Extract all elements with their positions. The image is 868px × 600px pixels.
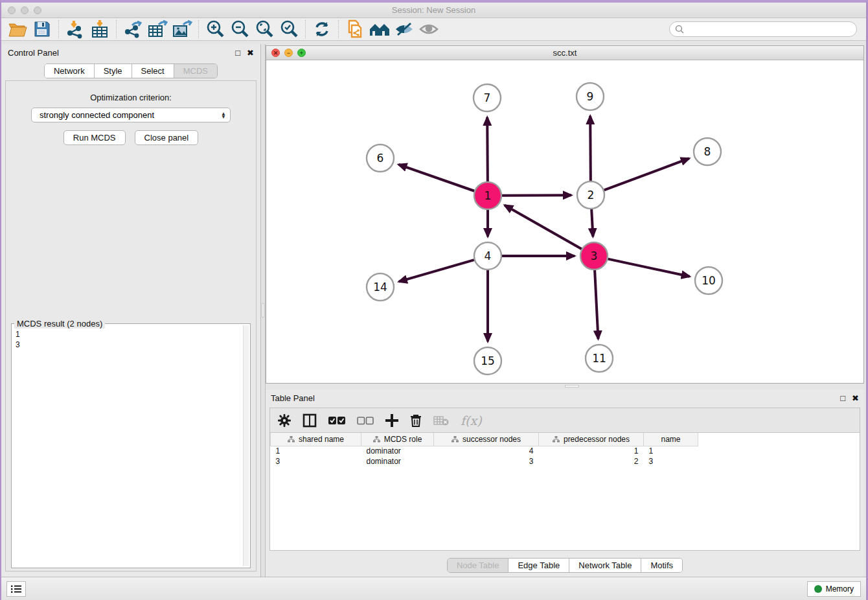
task-history-button[interactable] xyxy=(6,581,26,597)
node-6[interactable]: 6 xyxy=(367,144,394,172)
optimization-criterion-select[interactable]: strongly connected component ▲▼ xyxy=(31,108,231,122)
minimize-window-icon[interactable] xyxy=(21,6,29,14)
select-all-checkboxes-icon[interactable] xyxy=(328,416,345,425)
node-9[interactable]: 9 xyxy=(577,83,604,110)
zoom-network-icon[interactable]: + xyxy=(297,49,306,57)
table-cell[interactable]: dominator xyxy=(361,456,434,467)
float-table-panel-icon[interactable]: □ xyxy=(840,394,845,402)
zoom-in-icon[interactable] xyxy=(204,19,226,40)
table-cell[interactable]: 4 xyxy=(434,446,539,456)
minimize-network-icon[interactable]: − xyxy=(284,49,293,57)
zoom-fit-icon[interactable] xyxy=(253,19,275,40)
show-all-icon[interactable] xyxy=(418,19,440,40)
toolbar-separator xyxy=(58,20,59,38)
search-field[interactable] xyxy=(669,21,857,37)
tab-edge-table[interactable]: Edge Table xyxy=(508,559,569,572)
import-network-icon[interactable] xyxy=(64,19,86,40)
node-4[interactable]: 4 xyxy=(474,242,501,270)
node-1[interactable]: 1 xyxy=(474,182,501,209)
search-icon xyxy=(675,25,684,34)
close-panel-button[interactable]: Close panel xyxy=(135,130,199,145)
result-scrollbar[interactable] xyxy=(243,325,249,566)
close-window-icon[interactable] xyxy=(8,6,16,14)
node-8[interactable]: 8 xyxy=(694,138,721,165)
edge-3-11[interactable] xyxy=(595,270,598,339)
main-toolbar xyxy=(1,18,866,41)
add-icon[interactable] xyxy=(385,414,398,427)
table-cell[interactable]: 3 xyxy=(434,456,539,467)
zoom-out-icon[interactable] xyxy=(229,19,251,40)
table-cell[interactable]: 3 xyxy=(644,456,698,467)
table-splitter-grip[interactable] xyxy=(565,385,579,387)
edge-1-2[interactable] xyxy=(502,195,571,196)
table-row[interactable]: 3dominator323 xyxy=(271,456,698,467)
split-column-icon[interactable] xyxy=(303,413,317,428)
network-canvas[interactable]: 1234678910111415 xyxy=(266,60,863,383)
tab-select[interactable]: Select xyxy=(132,64,174,78)
node-3[interactable]: 3 xyxy=(580,242,608,270)
hide-selected-icon[interactable] xyxy=(393,19,415,40)
export-network-icon[interactable] xyxy=(122,19,144,40)
table-cell[interactable]: 1 xyxy=(539,446,644,456)
node-table[interactable]: shared nameMCDS rolesuccessor nodesprede… xyxy=(270,433,698,467)
delete-icon[interactable] xyxy=(410,414,422,427)
edge-3-1[interactable] xyxy=(505,205,582,249)
close-network-icon[interactable]: ✕ xyxy=(271,49,280,57)
search-input[interactable] xyxy=(684,25,839,34)
tab-node-table[interactable]: Node Table xyxy=(448,559,509,572)
node-10[interactable]: 10 xyxy=(695,267,722,294)
save-session-icon[interactable] xyxy=(31,19,53,40)
gear-icon[interactable] xyxy=(278,414,291,427)
edge-4-14[interactable] xyxy=(399,260,474,282)
float-panel-icon[interactable]: □ xyxy=(235,49,240,57)
home-layout-icon[interactable] xyxy=(369,19,391,40)
list-icon xyxy=(11,584,21,594)
panel-splitter[interactable] xyxy=(260,44,266,577)
edge-2-3[interactable] xyxy=(591,209,593,237)
tab-motifs[interactable]: Motifs xyxy=(641,559,682,572)
clear-checkboxes-icon[interactable] xyxy=(357,416,374,425)
edge-1-7[interactable] xyxy=(487,117,488,181)
node-11[interactable]: 11 xyxy=(586,345,613,372)
window-controls[interactable] xyxy=(8,6,41,14)
column-header-predecessor-nodes[interactable]: predecessor nodes xyxy=(539,433,644,446)
memory-button[interactable]: Memory xyxy=(807,581,861,597)
open-file-icon[interactable] xyxy=(6,19,29,40)
column-header-name[interactable]: name xyxy=(644,433,698,446)
node-7[interactable]: 7 xyxy=(474,84,501,111)
first-neighbors-icon[interactable] xyxy=(344,19,366,40)
edge-2-8[interactable] xyxy=(604,158,689,190)
column-header-MCDS-role[interactable]: MCDS role xyxy=(361,433,434,446)
maximize-window-icon[interactable] xyxy=(34,6,41,14)
table-row[interactable]: 1dominator411 xyxy=(271,446,698,456)
run-mcds-button[interactable]: Run MCDS xyxy=(63,130,126,145)
edge-3-10[interactable] xyxy=(608,259,690,277)
column-header-shared-name[interactable]: shared name xyxy=(271,433,361,446)
table-cell[interactable]: 3 xyxy=(271,456,361,467)
table-cell[interactable]: dominator xyxy=(361,446,434,456)
export-image-icon[interactable] xyxy=(171,19,193,40)
table-cell[interactable]: 1 xyxy=(271,446,361,456)
table-cell[interactable]: 1 xyxy=(644,446,698,456)
tab-style[interactable]: Style xyxy=(95,64,132,78)
column-header-successor-nodes[interactable]: successor nodes xyxy=(434,433,539,446)
close-table-panel-icon[interactable]: ✖ xyxy=(852,394,859,402)
edge-1-6[interactable] xyxy=(398,165,474,191)
tab-network[interactable]: Network xyxy=(45,64,95,78)
node-2[interactable]: 2 xyxy=(577,181,604,209)
zoom-selected-icon[interactable] xyxy=(278,19,300,40)
refresh-icon[interactable] xyxy=(311,19,333,40)
edge-2-9[interactable] xyxy=(590,116,591,181)
tab-network-table[interactable]: Network Table xyxy=(569,559,641,572)
splitter-grip[interactable] xyxy=(262,303,264,317)
import-table-icon[interactable] xyxy=(89,19,111,40)
close-panel-icon[interactable]: ✖ xyxy=(247,49,254,57)
table-cell[interactable]: 2 xyxy=(539,456,644,467)
export-table-icon[interactable] xyxy=(146,19,168,40)
node-14[interactable]: 14 xyxy=(367,273,394,301)
network-window-titlebar[interactable]: ✕ − + scc.txt xyxy=(266,46,863,60)
tab-mcds[interactable]: MCDS xyxy=(174,64,217,78)
node-15[interactable]: 15 xyxy=(474,347,501,375)
table-splitter[interactable] xyxy=(266,384,864,389)
network-graph[interactable]: 1234678910111415 xyxy=(266,60,863,383)
